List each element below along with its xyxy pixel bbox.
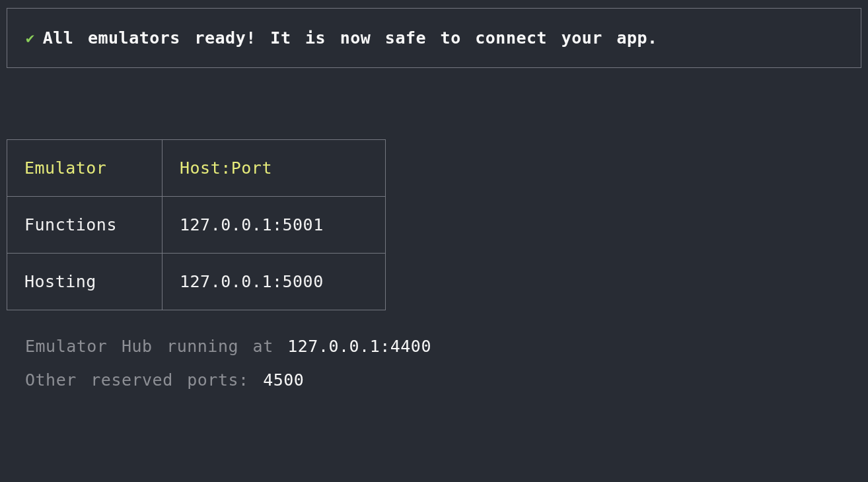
hub-address: 127.0.0.1:4400 xyxy=(287,337,431,356)
col-header-hostport: Host:Port xyxy=(163,140,386,197)
hub-info: Emulator Hub running at 127.0.0.1:4400 xyxy=(7,337,861,356)
table-row: Hosting 127.0.0.1:5000 xyxy=(7,254,386,310)
hub-label: Emulator Hub running at xyxy=(25,337,287,356)
cell-hostport: 127.0.0.1:5001 xyxy=(163,197,386,254)
status-banner: ✔ All emulators ready! It is now safe to… xyxy=(7,8,861,68)
cell-emulator: Hosting xyxy=(7,254,163,310)
reserved-ports-info: Other reserved ports: 4500 xyxy=(7,370,861,390)
table-row: Functions 127.0.0.1:5001 xyxy=(7,197,386,254)
emulator-table: Emulator Host:Port Functions 127.0.0.1:5… xyxy=(7,139,386,310)
status-message: All emulators ready! It is now safe to c… xyxy=(43,28,658,48)
reserved-ports: 4500 xyxy=(263,370,304,390)
table-header-row: Emulator Host:Port xyxy=(7,140,386,197)
cell-hostport: 127.0.0.1:5000 xyxy=(163,254,386,310)
check-icon: ✔ xyxy=(26,30,35,46)
reserved-label: Other reserved ports: xyxy=(25,370,263,390)
cell-emulator: Functions xyxy=(7,197,163,254)
col-header-emulator: Emulator xyxy=(7,140,163,197)
